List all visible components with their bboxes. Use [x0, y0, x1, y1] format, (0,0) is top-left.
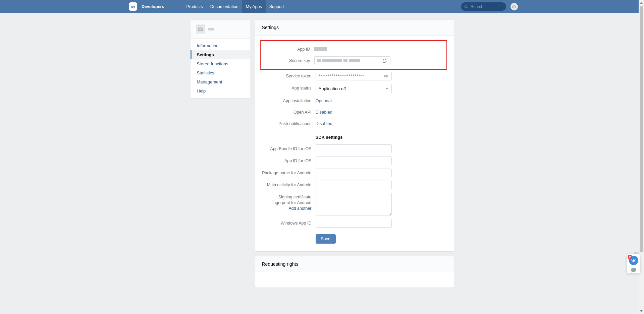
app-installation-link[interactable]: Optional: [316, 98, 332, 103]
sdk-heading: SDK settings: [262, 135, 447, 140]
scroll-up-arrow[interactable]: [639, 0, 644, 6]
bundle-ios-input[interactable]: [316, 144, 392, 153]
svg-point-0: [385, 75, 387, 77]
package-android-input[interactable]: [316, 169, 392, 177]
sidenav-help[interactable]: Help: [191, 86, 250, 96]
scrollbar-thumb[interactable]: [640, 6, 643, 252]
label-secure-key: Secure key: [261, 56, 314, 64]
service-token-field: ************************: [316, 72, 392, 80]
eye-icon: [384, 74, 388, 78]
activity-android-input[interactable]: [316, 181, 392, 189]
sidebar-app-header[interactable]: [191, 20, 250, 39]
rights-empty-label: [262, 278, 316, 280]
search-input[interactable]: Search: [461, 2, 506, 11]
side-nav: Information Settings Stored functions St…: [191, 39, 250, 98]
refresh-secure-key-button[interactable]: [382, 58, 387, 63]
app-icon-placeholder: [196, 24, 205, 34]
vk-widget-bubble[interactable]: 2: [629, 256, 638, 265]
app-name-placeholder: [208, 28, 214, 30]
camera-icon: [198, 27, 203, 31]
label-appid-ios: App ID for iOS: [262, 156, 316, 164]
settings-panel: Settings App ID Secure key: [255, 20, 454, 251]
windows-appid-input[interactable]: [316, 219, 392, 228]
search-icon: [464, 5, 468, 9]
sidenav-management[interactable]: Management: [191, 77, 250, 86]
label-package-android: Package name for Android: [262, 169, 316, 176]
label-bundle-ios: App Bundle ID for iOS: [262, 144, 316, 152]
label-windows-appid: Windows App ID: [262, 219, 316, 226]
search-placeholder: Search: [471, 4, 483, 9]
brand-label[interactable]: Developers: [142, 4, 164, 9]
fingerprint-label-text: Signing certificate fingerprint for Andr…: [271, 195, 312, 205]
top-nav: Products Documentation My Apps Support: [182, 0, 287, 13]
label-app-status: App status: [262, 84, 316, 91]
rights-panel-title: Requesting rights: [255, 256, 454, 272]
label-fingerprint: Signing certificate fingerprint for Andr…: [262, 193, 316, 211]
vk-badge: 2: [628, 255, 632, 259]
save-button[interactable]: Save: [316, 234, 336, 244]
vk-logo[interactable]: [129, 2, 137, 11]
top-header: Developers Products Documentation My App…: [0, 0, 644, 13]
sidenav-settings[interactable]: Settings: [191, 50, 250, 59]
sidenav-stored-functions[interactable]: Stored functions: [191, 59, 250, 68]
app-status-value: Application off: [319, 86, 346, 91]
app-status-select[interactable]: Application off: [316, 84, 392, 93]
nav-documentation[interactable]: Documentation: [207, 0, 242, 13]
nav-my-apps[interactable]: My Apps: [242, 0, 266, 13]
secure-key-field: [314, 56, 390, 65]
sidenav-information[interactable]: Information: [191, 41, 250, 50]
redacted-app-id: [314, 47, 327, 51]
chevron-down-icon: [385, 87, 389, 89]
nav-support[interactable]: Support: [266, 0, 288, 13]
vk-icon: [631, 259, 636, 262]
camera-icon: [512, 5, 516, 8]
sidenav-statistics[interactable]: Statistics: [191, 68, 250, 77]
label-open-api: Open API: [262, 108, 316, 115]
user-avatar[interactable]: [511, 3, 518, 10]
redacted-secure-key: [317, 59, 360, 62]
label-app-id: App ID: [261, 45, 314, 52]
add-another-link[interactable]: Add another: [288, 206, 311, 211]
reveal-token-button[interactable]: [383, 73, 389, 79]
service-token-value: ************************: [319, 74, 364, 78]
nav-products[interactable]: Products: [182, 0, 206, 13]
open-api-link[interactable]: Disabled: [316, 110, 333, 115]
label-activity-android: Main activity for Android: [262, 181, 316, 188]
vk-widget[interactable]: 2: [627, 254, 640, 273]
rights-field-edge: [316, 282, 392, 282]
value-app-id: [314, 45, 445, 53]
refresh-icon: [382, 58, 387, 63]
label-app-installation: App installation: [262, 97, 316, 104]
label-push-notifications: Push notifications: [262, 119, 316, 127]
sidebar-card: Information Settings Stored functions St…: [191, 20, 250, 98]
highlighted-credentials-box: App ID Secure key: [260, 40, 447, 70]
scrollbar-track[interactable]: [639, 0, 644, 293]
label-service-token: Service token: [262, 72, 316, 79]
fingerprint-textarea[interactable]: [316, 193, 392, 215]
chat-icon[interactable]: [631, 268, 636, 272]
appid-ios-input[interactable]: [316, 156, 392, 165]
settings-panel-title: Settings: [255, 20, 454, 36]
push-notifications-link[interactable]: Disabled: [316, 121, 333, 126]
rights-panel: Requesting rights: [255, 256, 454, 288]
